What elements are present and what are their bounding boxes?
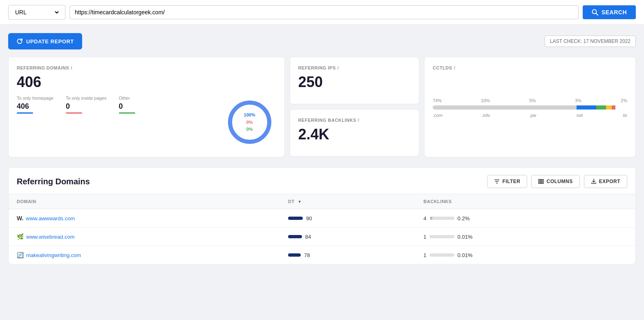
table-header: Referring Domains FILTER — [9, 168, 635, 194]
referring-ips-value: 250 — [298, 74, 411, 91]
backlinks-cell: 10.01% — [415, 246, 635, 264]
inside-metric: To only inside pages 0 — [66, 96, 107, 114]
domains-table: DOMAIN DT ▼ BACKLINKS W.www.awwwards.com… — [9, 194, 635, 264]
search-button[interactable]: SEARCH — [583, 5, 636, 19]
columns-icon — [538, 179, 544, 184]
filter-icon — [494, 179, 500, 184]
domain-left: To only homepage 406 To only inside page… — [17, 96, 215, 117]
referring-domains-total: 406 — [17, 74, 276, 91]
domain-link[interactable]: makealivingwriting.com — [26, 252, 81, 258]
col-dt[interactable]: DT ▼ — [280, 194, 415, 209]
cctlds-seg-br — [612, 105, 616, 110]
backlinks-pct: 0.01% — [458, 252, 473, 258]
table-row: 🔄makealivingwriting.com7810.01% — [9, 246, 635, 264]
dt-value: 78 — [304, 252, 310, 258]
svg-rect-9 — [542, 179, 543, 183]
other-bar — [119, 112, 135, 114]
domain-stats-inner: To only homepage 406 To only inside page… — [17, 96, 276, 149]
domain-icon: 🌿 — [17, 233, 24, 240]
dt-value: 90 — [306, 215, 312, 222]
backlinks-bar — [430, 235, 454, 238]
backlinks-fill — [430, 217, 432, 220]
domain-icon: W. — [17, 215, 23, 222]
donut-pct-blue: 100% — [244, 112, 255, 119]
update-report-button[interactable]: UPDATE REPORT — [8, 33, 82, 49]
url-type-select[interactable]: URL — [13, 9, 60, 16]
referring-domains-card: REFERRING DOMAINS i 406 To only homepage… — [8, 57, 285, 157]
svg-line-1 — [596, 13, 598, 16]
url-type-dropdown[interactable]: URL — [8, 5, 65, 20]
dt-cell: 84 — [280, 228, 415, 246]
domain-icon: 🔄 — [17, 252, 24, 258]
domain-cell: W.www.awwwards.com — [9, 209, 280, 228]
refresh-icon — [16, 38, 23, 45]
referring-ips-info-icon: i — [338, 65, 339, 70]
columns-button[interactable]: COLUMNS — [531, 175, 579, 188]
domain-cell: 🔄makealivingwriting.com — [9, 246, 280, 264]
cctlds-seg-info — [577, 105, 596, 110]
domain-link[interactable]: www.awwwards.com — [26, 215, 75, 222]
table-row: 🌿www.wisebread.com8410.01% — [9, 228, 635, 246]
export-button[interactable]: EXPORT — [584, 175, 627, 188]
donut-pct-green: 0% — [244, 126, 255, 133]
backlinks-bar — [430, 253, 454, 257]
referring-ips-label: REFERRING IPS i — [298, 65, 411, 70]
cctlds-bar — [433, 105, 627, 110]
search-input-wrap — [69, 5, 579, 19]
backlinks-pct: 0.01% — [458, 234, 473, 240]
cctlds-info-icon: i — [454, 65, 456, 70]
domain-link[interactable]: www.wisebread.com — [26, 234, 75, 240]
stats-row: REFERRING DOMAINS i 406 To only homepage… — [8, 57, 636, 157]
backlinks-fill — [430, 253, 430, 257]
donut-pct-red: 0% — [244, 119, 255, 126]
table-header-row: DOMAIN DT ▼ BACKLINKS — [9, 194, 635, 209]
homepage-bar — [17, 112, 33, 114]
table-title: Referring Domains — [17, 177, 90, 186]
referring-ips-card: REFERRING IPS i 250 — [290, 57, 419, 104]
cctlds-seg-com — [433, 105, 577, 110]
last-check-label: LAST CHECK: 17 NOVEMBER 2022 — [545, 36, 636, 47]
homepage-metric: To only homepage 406 — [17, 96, 54, 114]
referring-domains-info-icon: i — [71, 65, 72, 70]
referring-backlinks-info-icon: i — [358, 118, 360, 123]
dt-bar — [288, 253, 301, 257]
cctlds-label: CCTLDS i — [433, 65, 627, 70]
dt-cell: 90 — [280, 209, 415, 228]
referring-domains-label: REFERRING DOMAINS i — [17, 65, 276, 70]
filter-button[interactable]: FILTER — [487, 175, 527, 188]
cctlds-labels: .com .info .pw .net .br — [433, 113, 627, 118]
table-section: Referring Domains FILTER — [8, 167, 636, 264]
referring-backlinks-value: 2.4K — [298, 126, 411, 143]
dt-value: 84 — [305, 234, 311, 240]
backlinks-count: 1 — [423, 252, 426, 258]
dt-bar — [288, 235, 302, 238]
backlinks-cell: 10.01% — [415, 228, 635, 246]
cctlds-seg-net — [606, 105, 612, 110]
svg-rect-8 — [541, 179, 542, 183]
domain-cell: 🌿www.wisebread.com — [9, 228, 280, 246]
backlinks-cell: 40.2% — [415, 209, 635, 228]
backlinks-fill — [430, 235, 430, 238]
backlinks-bar — [430, 217, 454, 220]
ips-backlinks-col: REFERRING IPS i 250 REFERRING BACKLINKS … — [290, 57, 419, 157]
domain-metrics: To only homepage 406 To only inside page… — [17, 96, 215, 114]
cctlds-seg-pw — [596, 105, 606, 110]
export-icon — [591, 179, 597, 184]
backlinks-pct: 0.2% — [458, 215, 470, 222]
cctlds-pcts: 74% 10% 5% 3% 2% — [433, 98, 627, 103]
col-backlinks: BACKLINKS — [415, 194, 635, 209]
table-row: W.www.awwwards.com9040.2% — [9, 209, 635, 228]
inside-bar — [66, 112, 82, 114]
sort-icon: ▼ — [297, 199, 302, 204]
table-actions: FILTER COLUMNS EXPORT — [487, 175, 627, 188]
referring-backlinks-label: REFERRING BACKLINKS i — [298, 118, 411, 123]
dt-cell: 78 — [280, 246, 415, 264]
donut-labels: 100% 0% 0% — [244, 112, 255, 133]
action-bar: UPDATE REPORT LAST CHECK: 17 NOVEMBER 20… — [8, 33, 636, 49]
other-metric: Other 0 — [119, 96, 135, 114]
search-input[interactable] — [75, 9, 573, 16]
donut-chart: 100% 0% 0% — [223, 96, 276, 149]
cctlds-card: CCTLDS i 74% 10% 5% 3% 2% .com .info — [424, 57, 636, 157]
referring-backlinks-card: REFERRING BACKLINKS i 2.4K — [290, 109, 419, 157]
svg-rect-7 — [539, 179, 540, 183]
